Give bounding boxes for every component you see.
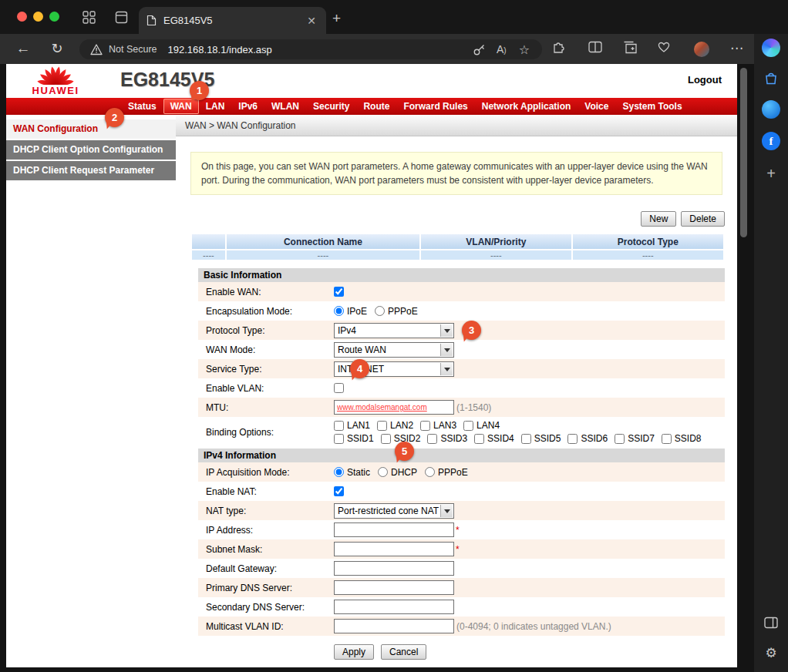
lan1-label: LAN1 — [347, 420, 370, 431]
maximize-window-button[interactable] — [49, 12, 59, 22]
favorites-star-icon[interactable]: ☆ — [519, 42, 530, 57]
binding-options-label: Binding Options: — [198, 427, 334, 438]
nav-item-forward-rules[interactable]: Forward Rules — [396, 99, 474, 114]
nav-item-security[interactable]: Security — [306, 99, 356, 114]
delete-button[interactable]: Delete — [681, 211, 725, 227]
multicast-vlan-hint: (0-4094; 0 indicates untagged VLAN.) — [456, 621, 611, 632]
ipoe-radio[interactable] — [334, 306, 344, 316]
ssid3-checkbox[interactable] — [427, 434, 437, 444]
enable-wan-checkbox[interactable] — [334, 287, 344, 297]
ssid1-checkbox[interactable] — [334, 434, 344, 444]
microsoft365-icon[interactable] — [762, 100, 780, 119]
passwords-key-icon[interactable] — [473, 43, 486, 56]
back-icon[interactable]: ← — [14, 41, 32, 56]
workspaces-icon[interactable] — [83, 11, 96, 24]
nav-item-system-tools[interactable]: System Tools — [615, 99, 689, 114]
ssid5-checkbox[interactable] — [521, 434, 531, 444]
protocol-type-value: IPv4 — [338, 325, 356, 336]
collections-icon[interactable] — [623, 41, 642, 54]
close-window-button[interactable] — [17, 12, 27, 22]
ssid6-checkbox[interactable] — [567, 434, 578, 444]
more-menu-icon[interactable]: ⋯ — [728, 41, 746, 56]
ssid8-checkbox[interactable] — [662, 434, 672, 444]
lan4-checkbox[interactable] — [463, 421, 473, 431]
profile-avatar[interactable] — [694, 42, 709, 57]
settings-gear-icon[interactable]: ⚙ — [762, 643, 780, 662]
pppoe-radio[interactable] — [375, 306, 385, 316]
nav-item-wlan[interactable]: WLAN — [264, 99, 306, 114]
facebook-icon[interactable]: f — [762, 132, 780, 150]
add-sidebar-icon[interactable]: + — [762, 164, 780, 183]
enable-nat-checkbox[interactable] — [334, 486, 344, 496]
sidebar-item-dhcp-client-option[interactable]: DHCP Client Option Configuration — [6, 140, 176, 160]
table-row[interactable]: ---- ---- ---- ---- — [191, 250, 724, 260]
section-basic-information: Basic Information — [198, 268, 725, 282]
copilot-icon[interactable] — [762, 39, 780, 57]
default-gateway-label: Default Gateway: — [198, 563, 334, 574]
new-tab-icon[interactable]: + — [332, 10, 341, 27]
panel-toggle-icon[interactable] — [762, 613, 780, 632]
row-multicast-vlan: Multicast VLAN ID: (0-4094; 0 indicates … — [198, 617, 725, 636]
protocol-type-select[interactable]: IPv4 — [334, 323, 454, 338]
pppoe-acq-radio[interactable] — [425, 467, 435, 477]
ip-address-label: IP Address: — [198, 525, 334, 536]
multicast-vlan-input[interactable] — [334, 619, 454, 633]
logout-link[interactable]: Logout — [688, 74, 722, 86]
vertical-tabs-icon[interactable] — [115, 11, 128, 24]
ssid7-checkbox[interactable] — [615, 434, 625, 444]
ip-address-input[interactable] — [334, 522, 454, 537]
lan1-checkbox[interactable] — [334, 421, 344, 431]
lan2-checkbox[interactable] — [377, 421, 387, 431]
dhcp-radio[interactable] — [378, 467, 388, 477]
mtu-input[interactable] — [334, 400, 454, 415]
extensions-icon[interactable] — [551, 41, 570, 55]
enable-vlan-label: Enable VLAN: — [198, 383, 334, 394]
apply-button[interactable]: Apply — [334, 644, 374, 660]
split-screen-icon[interactable] — [588, 41, 607, 53]
lan3-checkbox[interactable] — [420, 421, 430, 431]
wan-mode-select[interactable]: Route WAN — [334, 342, 454, 358]
default-gateway-input[interactable] — [334, 561, 454, 576]
mtu-label: MTU: — [198, 402, 334, 413]
row-binding-options: Binding Options: LAN1 LAN2 LAN3 LAN4 SSI… — [198, 417, 725, 447]
primary-dns-input[interactable] — [334, 580, 454, 595]
close-icon[interactable]: ✕ — [305, 15, 318, 27]
ssid8-label: SSID8 — [675, 433, 702, 444]
secondary-dns-input[interactable] — [334, 600, 454, 614]
nav-item-route[interactable]: Route — [356, 99, 396, 114]
nat-type-select[interactable]: Port-restricted cone NAT — [334, 503, 454, 519]
nav-item-voice[interactable]: Voice — [578, 99, 615, 114]
static-radio[interactable] — [334, 467, 344, 477]
brand-text: HUAWEI — [19, 85, 93, 96]
page-scrollbar[interactable] — [740, 68, 747, 237]
ssid2-checkbox[interactable] — [381, 434, 391, 444]
annotation-badge-1: 1 — [190, 81, 209, 100]
subnet-mask-input[interactable] — [334, 542, 454, 556]
refresh-icon[interactable]: ↻ — [48, 41, 66, 56]
enable-vlan-checkbox[interactable] — [334, 383, 344, 393]
nav-item-status[interactable]: Status — [121, 99, 163, 114]
row-service-type: Service Type: INTERNET — [198, 359, 725, 378]
ssid4-checkbox[interactable] — [474, 434, 484, 444]
nav-item-network-application[interactable]: Network Application — [475, 99, 578, 114]
browser-tab[interactable]: EG8145V5 ✕ — [139, 7, 326, 34]
address-bar[interactable]: Not Secure 192.168.18.1/index.asp A) ☆ — [79, 39, 542, 59]
nat-type-label: NAT type: — [198, 506, 334, 516]
nav-item-lan[interactable]: LAN — [199, 99, 232, 114]
read-aloud-icon[interactable]: A) — [497, 43, 507, 55]
cancel-button[interactable]: Cancel — [381, 644, 426, 660]
mtu-hint: (1-1540) — [456, 402, 491, 413]
protocol-type-label: Protocol Type: — [198, 325, 334, 336]
new-button[interactable]: New — [641, 211, 676, 227]
nav-item-wan[interactable]: WAN — [163, 99, 199, 114]
minimize-window-button[interactable] — [33, 12, 43, 22]
shopping-icon[interactable] — [762, 69, 780, 88]
row-enable-nat: Enable NAT: — [198, 482, 725, 501]
sidebar-item-wan-configuration[interactable]: WAN Configuration — [6, 119, 176, 139]
nav-item-ipv6[interactable]: IPv6 — [231, 99, 264, 114]
secondary-dns-label: Secondary DNS Server: — [198, 602, 334, 613]
browser-essentials-icon[interactable] — [657, 41, 675, 53]
cell-vlan-priority: ---- — [420, 250, 572, 260]
ip-acquisition-mode-label: IP Acquisition Mode: — [198, 467, 334, 478]
sidebar-item-dhcp-client-request[interactable]: DHCP Client Request Parameter — [6, 161, 176, 180]
